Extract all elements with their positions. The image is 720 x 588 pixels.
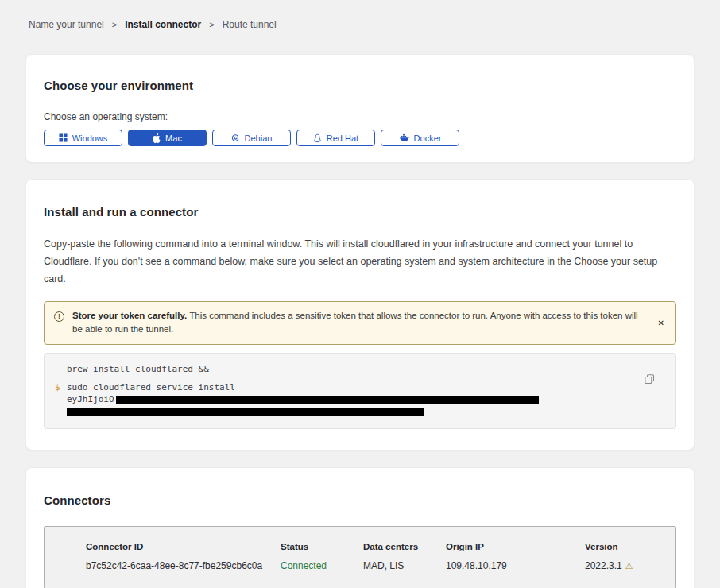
header-status: Status <box>281 542 363 551</box>
breadcrumb-separator: > <box>209 20 214 29</box>
breadcrumb-name-your-tunnel[interactable]: Name your tunnel <box>29 19 104 30</box>
breadcrumb-separator: > <box>112 20 117 29</box>
header-connector-id: Connector ID <box>86 542 281 551</box>
table-row: b7c52c42-6caa-48ee-8c77-fbe259cb6c0a Con… <box>86 560 668 571</box>
code-line-sudo: $ sudo cloudflared service install <box>55 382 644 394</box>
debian-icon <box>231 133 240 142</box>
cell-data-centers: MAD, LIS <box>363 560 446 571</box>
os-button-label: Debian <box>245 133 273 143</box>
os-button-docker[interactable]: Docker <box>381 130 459 146</box>
header-version: Version <box>585 542 668 551</box>
apple-icon <box>153 133 161 143</box>
token-warning-banner: ! Store your token carefully. This comma… <box>44 301 676 346</box>
os-button-label: Mac <box>165 133 182 143</box>
connectors-card: Connectors Connector ID Status Data cent… <box>25 467 695 588</box>
code-line-token: eyJhIjoiO <box>55 394 644 406</box>
docker-whale-icon <box>399 133 409 142</box>
os-button-label: Windows <box>72 133 108 143</box>
shell-prompt: $ <box>55 382 67 394</box>
os-button-debian[interactable]: Debian <box>212 130 291 146</box>
breadcrumb: Name your tunnel > Install connector > R… <box>0 0 720 30</box>
alert-circle-icon: ! <box>54 311 64 322</box>
os-button-windows[interactable]: Windows <box>44 130 122 146</box>
connectors-title: Connectors <box>44 493 676 507</box>
install-connector-description: Copy-paste the following command into a … <box>44 236 676 288</box>
os-select-label: Choose an operating system: <box>44 111 676 122</box>
os-button-label: Red Hat <box>327 133 358 143</box>
close-icon[interactable]: ✕ <box>658 319 664 327</box>
os-button-label: Docker <box>414 133 442 143</box>
copy-icon[interactable] <box>645 374 655 387</box>
token-warning-bold: Store your token carefully. <box>72 311 187 320</box>
status-badge: Connected <box>281 560 363 571</box>
os-button-group: Windows Mac Debian <box>44 130 676 146</box>
os-button-redhat[interactable]: Red Hat <box>296 130 375 146</box>
header-data-centers: Data centers <box>363 542 446 551</box>
cell-connector-id: b7c52c42-6caa-48ee-8c77-fbe259cb6c0a <box>86 560 281 571</box>
choose-environment-card: Choose your environment Choose an operat… <box>25 54 695 163</box>
install-command-code-block: brew install cloudflared && $ sudo cloud… <box>44 353 676 428</box>
version-warning-icon: ⚠ <box>625 561 633 571</box>
breadcrumb-install-connector[interactable]: Install connector <box>125 19 201 30</box>
connectors-table: Connector ID Status Data centers Origin … <box>44 526 676 588</box>
choose-environment-title: Choose your environment <box>44 79 676 92</box>
code-line-token-2 <box>55 406 644 418</box>
cell-version: 2022.3.1⚠ <box>585 560 668 571</box>
os-button-mac[interactable]: Mac <box>128 130 207 146</box>
redhat-linux-penguin-icon <box>313 133 322 143</box>
install-connector-title: Install and run a connector <box>44 205 676 219</box>
cell-origin-ip: 109.48.10.179 <box>446 560 585 571</box>
install-connector-card: Install and run a connector Copy-paste t… <box>25 179 695 451</box>
redacted-token-bar <box>116 396 539 404</box>
breadcrumb-route-tunnel[interactable]: Route tunnel <box>223 19 277 30</box>
header-origin-ip: Origin IP <box>446 542 585 551</box>
redacted-token-bar <box>67 408 424 416</box>
connectors-table-header: Connector ID Status Data centers Origin … <box>86 542 668 551</box>
code-line-brew: brew install cloudflared && <box>55 364 644 376</box>
windows-icon <box>59 133 68 142</box>
token-warning-text: Store your token carefully. This command… <box>72 309 644 338</box>
